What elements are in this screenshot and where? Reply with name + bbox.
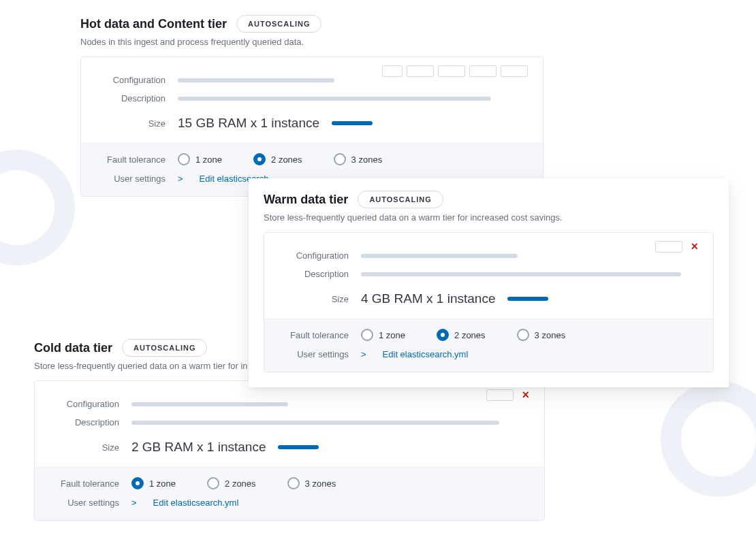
zone-1-radio[interactable]: 1 zone: [131, 477, 176, 489]
decorative-circle-right: [661, 381, 756, 497]
decorative-circle-left: [0, 150, 75, 265]
hot-tier-desc: Nodes in this ingest and process frequen…: [80, 37, 544, 47]
action-box[interactable]: [382, 65, 403, 77]
description-label: Description: [279, 269, 361, 279]
user-settings-label: User settings: [50, 498, 131, 508]
cold-action-boxes: ×: [486, 389, 529, 401]
zone-3-radio[interactable]: 3 zones: [334, 153, 383, 165]
zone-2-radio[interactable]: 2 zones: [437, 329, 486, 341]
size-slider[interactable]: [332, 121, 373, 125]
description-placeholder: [178, 97, 491, 101]
autoscaling-badge[interactable]: AUTOSCALING: [122, 339, 207, 357]
action-box[interactable]: [501, 65, 528, 77]
chevron-right-icon: >: [361, 349, 366, 359]
description-label: Description: [50, 417, 131, 427]
configuration-label: Configuration: [279, 250, 361, 261]
fault-tolerance-label: Fault tolerance: [50, 479, 131, 489]
warm-size-value: 4 GB RAM x 1 instance: [361, 291, 495, 306]
size-label: Size: [50, 442, 131, 453]
cold-tier-card: × Configuration Description Size 2 GB RA…: [34, 380, 545, 521]
description-label: Description: [96, 93, 178, 103]
configuration-placeholder: [131, 402, 288, 406]
action-box[interactable]: [486, 389, 514, 401]
zone-2-radio[interactable]: 2 zones: [253, 153, 302, 165]
autoscaling-badge[interactable]: AUTOSCALING: [236, 15, 321, 33]
action-box[interactable]: [655, 241, 682, 253]
size-label: Size: [279, 294, 361, 304]
hot-tier-section: Hot data and Content tier AUTOSCALING No…: [80, 15, 544, 197]
description-placeholder: [131, 421, 499, 425]
action-box[interactable]: [469, 65, 497, 77]
warm-tier-card: × Configuration Description Size 4 GB RA…: [264, 232, 714, 372]
configuration-label: Configuration: [50, 399, 131, 409]
edit-elasticsearch-link[interactable]: Edit elasticsearch.yml: [153, 498, 239, 508]
cold-tier-title: Cold data tier: [34, 341, 112, 355]
close-icon[interactable]: ×: [691, 241, 698, 253]
zone-1-radio[interactable]: 1 zone: [178, 153, 222, 165]
size-label: Size: [96, 118, 178, 129]
fault-tolerance-label: Fault tolerance: [279, 330, 361, 340]
size-slider[interactable]: [507, 297, 548, 301]
edit-elasticsearch-link[interactable]: Edit elasticsearch.yml: [383, 349, 469, 359]
autoscaling-badge[interactable]: AUTOSCALING: [358, 191, 443, 208]
warm-action-boxes: ×: [655, 241, 698, 253]
action-box[interactable]: [407, 65, 434, 77]
warm-tier-overlay: Warm data tier AUTOSCALING Store less-fr…: [249, 178, 729, 387]
close-icon[interactable]: ×: [522, 389, 529, 401]
cold-size-value: 2 GB RAM x 1 instance: [131, 440, 266, 455]
action-box[interactable]: [438, 65, 465, 77]
hot-size-value: 15 GB RAM x 1 instance: [178, 116, 319, 131]
user-settings-label: User settings: [96, 174, 178, 184]
warm-tier-title: Warm data tier: [264, 193, 348, 207]
chevron-right-icon: >: [178, 174, 183, 184]
chevron-right-icon: >: [131, 498, 137, 508]
configuration-placeholder: [178, 78, 334, 82]
hot-action-boxes: [382, 65, 528, 77]
configuration-placeholder: [361, 254, 518, 258]
zone-3-radio[interactable]: 3 zones: [287, 477, 336, 489]
warm-tier-desc: Store less-frequently queried data on a …: [264, 212, 714, 223]
zone-3-radio[interactable]: 3 zones: [517, 329, 566, 341]
user-settings-label: User settings: [279, 349, 361, 359]
fault-tolerance-label: Fault tolerance: [96, 155, 178, 165]
description-placeholder: [361, 272, 681, 276]
zone-1-radio[interactable]: 1 zone: [361, 329, 405, 341]
zone-2-radio[interactable]: 2 zones: [207, 477, 256, 489]
configuration-label: Configuration: [96, 75, 178, 85]
hot-tier-card: Configuration Description Size 15 GB RAM…: [80, 56, 544, 197]
hot-tier-title: Hot data and Content tier: [80, 17, 227, 31]
size-slider[interactable]: [278, 445, 319, 449]
